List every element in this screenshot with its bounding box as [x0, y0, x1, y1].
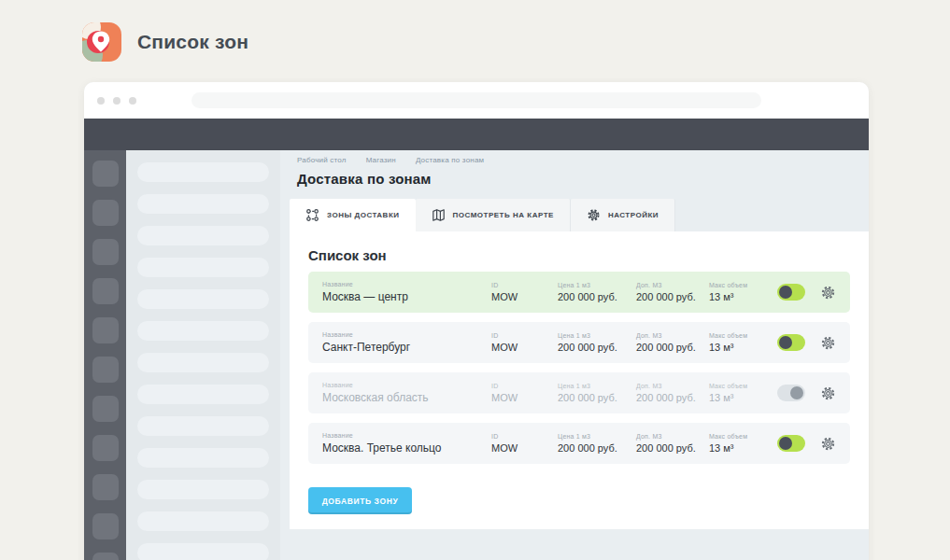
- page-title: Список зон: [137, 31, 248, 53]
- zone-extra-cell: Доп. М3 200 000 руб.: [636, 433, 709, 454]
- zone-id-cell: ID MOW: [491, 383, 558, 403]
- zone-extra: 200 000 руб.: [636, 342, 709, 353]
- menu-placeholder-item: [137, 162, 269, 182]
- column-label-max-volume: Макс объем: [709, 383, 777, 389]
- column-label-max-volume: Макс объем: [709, 282, 777, 288]
- zone-max-volume: 13 м³: [709, 442, 777, 454]
- menu-placeholder-item: [137, 543, 269, 560]
- column-label-name: Название: [322, 432, 491, 439]
- breadcrumb-item-desktop[interactable]: Рабочий стол: [297, 156, 347, 164]
- column-label-name: Название: [322, 382, 491, 388]
- menu-placeholder-item: [137, 511, 269, 531]
- zone-price-cell: Цена 1 м3 200 000 руб.: [558, 332, 636, 353]
- zone-price: 200 000 руб.: [558, 291, 636, 302]
- zone-settings-gear-icon[interactable]: [820, 436, 836, 452]
- breadcrumb: Рабочий стол Магазин Доставка по зонам: [280, 150, 869, 164]
- zone-settings-gear-icon[interactable]: [820, 385, 836, 401]
- zone-list: Название Москва — центр ID MOW Цена 1 м3…: [308, 272, 850, 464]
- tab-settings[interactable]: НАСТРОЙКИ: [571, 199, 675, 231]
- gear-icon: [587, 208, 601, 222]
- main-content: Рабочий стол Магазин Доставка по зонам Д…: [280, 150, 869, 560]
- zone-settings-gear-icon[interactable]: [820, 285, 836, 301]
- menu-placeholder-item: [137, 448, 269, 468]
- zone-price: 200 000 руб.: [558, 342, 636, 353]
- map-icon: [432, 208, 446, 222]
- app-top-bar: [84, 119, 869, 150]
- tab-view-on-map[interactable]: ПОСМОТРЕТЬ НА КАРТЕ: [416, 199, 571, 231]
- tab-delivery-zones[interactable]: ЗОНЫ ДОСТАВКИ: [290, 199, 416, 231]
- zone-name: Москва. Третье кольцо: [322, 441, 491, 455]
- zone-name-cell: Название Московская область: [322, 382, 491, 404]
- rail-placeholder-icon: [92, 435, 119, 461]
- zone-name-cell: Название Санкт-Петербург: [322, 331, 491, 354]
- zone-max-volume: 13 м³: [709, 342, 777, 353]
- column-label-id: ID: [491, 433, 558, 440]
- zone-price: 200 000 руб.: [558, 392, 636, 403]
- sidebar-menu: [126, 150, 280, 560]
- zone-toggle[interactable]: [777, 334, 805, 351]
- menu-placeholder-item: [137, 289, 269, 309]
- window-dot-icon: [113, 97, 121, 105]
- add-zone-button[interactable]: ДОБАВИТЬ ЗОНУ: [308, 487, 412, 514]
- column-label-extra: Доп. М3: [636, 332, 709, 339]
- tab-bar: ЗОНЫ ДОСТАВКИ ПОСМОТРЕТЬ НА КАРТЕ: [290, 199, 869, 231]
- menu-placeholder-item: [137, 416, 269, 436]
- column-label-price: Цена 1 м3: [558, 383, 636, 389]
- zone-id-cell: ID MOW: [491, 433, 558, 454]
- zone-extra-cell: Доп. М3 200 000 руб.: [636, 332, 709, 353]
- column-label-extra: Доп. М3: [636, 282, 709, 288]
- column-label-price: Цена 1 м3: [558, 433, 636, 440]
- zone-toggle[interactable]: [777, 435, 805, 452]
- zone-settings-gear-icon[interactable]: [820, 335, 836, 351]
- zone-toggle[interactable]: [777, 284, 805, 301]
- rail-placeholder-icon: [92, 161, 119, 187]
- zone-icon: [305, 208, 319, 222]
- rail-placeholder-icon: [92, 553, 119, 560]
- zone-name-cell: Название Москва — центр: [322, 281, 491, 303]
- zone-toggle[interactable]: [777, 385, 805, 401]
- zone-max-volume: 13 м³: [709, 392, 777, 403]
- toggle-knob-icon: [779, 336, 792, 349]
- zone-max-volume-cell: Макс объем 13 м³: [709, 433, 777, 454]
- zone-list-title: Список зон: [308, 231, 850, 263]
- zone-id: MOW: [491, 291, 558, 302]
- window-dot-icon: [129, 97, 136, 105]
- menu-placeholder-item: [137, 226, 269, 245]
- browser-chrome: [84, 82, 869, 119]
- browser-window: Рабочий стол Магазин Доставка по зонам Д…: [84, 82, 869, 560]
- zone-extra: 200 000 руб.: [636, 291, 709, 302]
- tab-label: НАСТРОЙКИ: [608, 211, 659, 219]
- zones-panel: Список зон Название Москва — центр ID MO…: [290, 231, 869, 529]
- column-label-extra: Доп. М3: [636, 433, 709, 440]
- app-logo-icon: [82, 22, 121, 62]
- rail-placeholder-icon: [92, 396, 119, 422]
- section-heading: Доставка по зонам: [297, 171, 869, 187]
- zone-name: Москва — центр: [322, 290, 491, 303]
- zone-id: MOW: [491, 342, 558, 353]
- zone-extra-cell: Доп. М3 200 000 руб.: [636, 282, 709, 302]
- zone-max-volume-cell: Макс объем 13 м³: [709, 282, 777, 302]
- window-dot-icon: [97, 97, 105, 105]
- rail-placeholder-icon: [92, 200, 119, 226]
- tab-label: ЗОНЫ ДОСТАВКИ: [327, 211, 400, 219]
- menu-placeholder-item: [137, 194, 269, 214]
- menu-placeholder-item: [137, 385, 269, 404]
- zone-price-cell: Цена 1 м3 200 000 руб.: [558, 433, 636, 454]
- rail-placeholder-icon: [92, 357, 119, 383]
- toggle-knob-icon: [779, 437, 792, 450]
- breadcrumb-item-zone-delivery[interactable]: Доставка по зонам: [416, 156, 484, 164]
- zone-price: 200 000 руб.: [558, 442, 636, 454]
- toggle-knob-icon: [790, 386, 803, 399]
- zone-id-cell: ID MOW: [491, 332, 558, 353]
- column-label-price: Цена 1 м3: [558, 332, 636, 339]
- zone-max-volume-cell: Макс объем 13 м³: [709, 383, 777, 403]
- zone-row: Название Московская область ID MOW Цена …: [308, 372, 850, 413]
- address-bar[interactable]: [191, 92, 761, 108]
- menu-placeholder-item: [137, 480, 269, 499]
- zone-name-cell: Название Москва. Третье кольцо: [322, 432, 491, 455]
- rail-placeholder-icon: [92, 513, 119, 539]
- column-label-name: Название: [322, 331, 491, 338]
- window-control-dots: [97, 97, 136, 105]
- breadcrumb-item-shop[interactable]: Магазин: [366, 156, 396, 164]
- zone-name: Московская область: [322, 391, 491, 404]
